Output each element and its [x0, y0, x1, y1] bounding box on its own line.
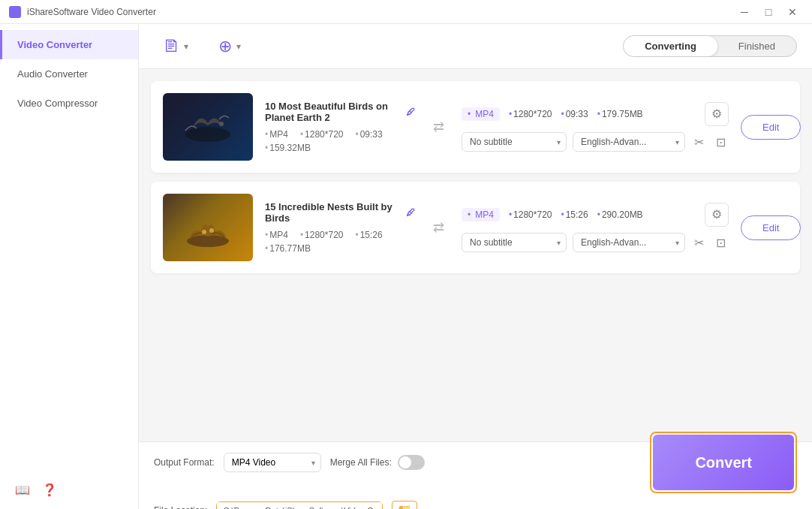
- video-thumb-2: [163, 194, 253, 261]
- video-title-1: 10 Most Beautiful Birds on Planet Earth …: [265, 101, 415, 123]
- title-bar-left: iShareSoftware Video Converter: [9, 6, 156, 18]
- add-folder-button[interactable]: ⊕ ▾: [209, 31, 250, 62]
- svg-point-4: [209, 228, 214, 233]
- thumb-overlay-2: [163, 194, 253, 261]
- output-format-select[interactable]: MP4 Video: [224, 453, 321, 472]
- output-controls-1: No subtitle English-Advan... ✂ ⊡: [462, 132, 729, 152]
- edit-button-1[interactable]: Edit: [741, 115, 801, 140]
- subtitle-select-wrapper-2: No subtitle: [462, 233, 567, 252]
- output-format-label: Output Format:: [154, 457, 215, 468]
- video-info-1: 10 Most Beautiful Birds on Planet Earth …: [265, 101, 415, 153]
- thumb-overlay-1: [163, 93, 253, 161]
- subtitle-select-wrapper-1: No subtitle: [462, 132, 567, 152]
- subtitle-select-2[interactable]: No subtitle: [462, 233, 567, 252]
- add-file-button[interactable]: 🖹 ▾: [154, 31, 197, 62]
- title-edit-link-1[interactable]: 🖊: [406, 107, 415, 117]
- sidebar-nav: Video Converter Audio Converter Video Co…: [0, 24, 138, 118]
- video-card-1: 10 Most Beautiful Birds on Planet Earth …: [151, 81, 800, 173]
- edit-button-2[interactable]: Edit: [741, 215, 801, 240]
- title-edit-link-2[interactable]: 🖊: [406, 207, 415, 218]
- app-title: iShareSoftware Video Converter: [27, 7, 156, 17]
- output-main-2: •MP4 •1280*720 •15:26 •290.20MB ⚙: [462, 203, 729, 227]
- video-meta-1: •MP4 •1280*720 •09:33 •159.32MB: [265, 129, 415, 153]
- add-folder-chevron: ▾: [236, 41, 241, 52]
- shuffle-icon-2: ⇄: [427, 219, 450, 236]
- trim-button-1[interactable]: ✂: [691, 132, 707, 152]
- file-location-select-wrapper: C:\ProgramData\iShareSoftware\Video Conv…: [216, 501, 383, 510]
- help-icon[interactable]: ❓: [42, 483, 57, 497]
- nests-svg: [178, 205, 238, 250]
- crop-button-1[interactable]: ⊡: [713, 132, 729, 152]
- content-area: 10 Most Beautiful Birds on Planet Earth …: [139, 69, 812, 441]
- sidebar-item-video-compressor[interactable]: Video Compressor: [0, 89, 138, 118]
- tab-converting[interactable]: Converting: [624, 36, 717, 56]
- language-select-wrapper-1: English-Advan...: [573, 132, 685, 152]
- video-info-2: 15 Incredible Nests Built by Birds 🖊 •MP…: [265, 201, 415, 254]
- sidebar: Video Converter Audio Converter Video Co…: [0, 24, 139, 509]
- bottom-bar: Output Format: MP4 Video Merge All Files…: [139, 441, 812, 509]
- video-thumb-1: [163, 93, 253, 161]
- app-layout: Video Converter Audio Converter Video Co…: [0, 24, 812, 509]
- close-button[interactable]: ✕: [782, 3, 803, 21]
- output-format-badge-2: •MP4: [462, 208, 500, 221]
- tab-switcher: Converting Finished: [623, 35, 797, 57]
- add-file-icon: 🖹: [163, 37, 179, 56]
- video-meta-2: •MP4 •1280*720 •15:26 •176.77MB: [265, 230, 415, 254]
- maximize-button[interactable]: □: [758, 3, 779, 21]
- subtitle-select-1[interactable]: No subtitle: [462, 132, 567, 152]
- bottom-row-2: File Location: C:\ProgramData\iShareSoft…: [154, 501, 797, 509]
- crop-button-2[interactable]: ⊡: [713, 233, 729, 253]
- merge-label: Merge All Files:: [330, 457, 392, 468]
- shuffle-icon-1: ⇄: [427, 119, 450, 135]
- convert-btn-area: Convert: [650, 432, 797, 493]
- output-format-select-wrapper: MP4 Video: [224, 453, 321, 472]
- merge-toggle[interactable]: [398, 455, 425, 470]
- output-settings-2: •MP4 •1280*720 •15:26 •290.20MB ⚙ No sub…: [462, 203, 729, 253]
- video-card-2: 15 Incredible Nests Built by Birds 🖊 •MP…: [151, 182, 800, 273]
- app-icon: [9, 6, 21, 18]
- toolbar: 🖹 ▾ ⊕ ▾ Converting Finished: [139, 24, 812, 69]
- language-select-2[interactable]: English-Advan...: [573, 233, 685, 252]
- title-bar: iShareSoftware Video Converter ─ □ ✕: [0, 0, 812, 24]
- output-main-1: •MP4 •1280*720 •09:33 •179.75MB ⚙: [462, 102, 729, 126]
- file-location-select[interactable]: C:\ProgramData\iShareSoftware\Video Conv…: [217, 502, 382, 510]
- language-select-1[interactable]: English-Advan...: [573, 132, 685, 152]
- sidebar-item-audio-converter[interactable]: Audio Converter: [0, 59, 138, 89]
- sidebar-bottom: 📖 ❓: [0, 483, 138, 497]
- browse-folder-button[interactable]: 📁: [392, 501, 417, 509]
- language-select-wrapper-2: English-Advan...: [573, 233, 685, 252]
- add-folder-icon: ⊕: [218, 37, 232, 56]
- convert-button[interactable]: Convert: [653, 435, 794, 490]
- trim-button-2[interactable]: ✂: [691, 233, 707, 253]
- add-file-chevron: ▾: [184, 41, 188, 52]
- output-controls-2: No subtitle English-Advan... ✂ ⊡: [462, 233, 729, 253]
- tab-finished[interactable]: Finished: [717, 36, 796, 56]
- sidebar-item-video-converter[interactable]: Video Converter: [0, 30, 138, 59]
- file-location-label: File Location:: [154, 505, 207, 510]
- merge-toggle-area: Merge All Files:: [330, 455, 425, 470]
- window-controls: ─ □ ✕: [734, 3, 803, 21]
- output-settings-1: •MP4 •1280*720 •09:33 •179.75MB ⚙ No sub…: [462, 102, 729, 152]
- output-format-badge-1: •MP4: [462, 107, 500, 121]
- minimize-button[interactable]: ─: [734, 3, 755, 21]
- svg-point-1: [219, 122, 224, 126]
- video-title-2: 15 Incredible Nests Built by Birds 🖊: [265, 201, 415, 224]
- output-settings-gear-2[interactable]: ⚙: [705, 203, 729, 227]
- birds-svg: [178, 104, 238, 149]
- book-icon[interactable]: 📖: [15, 483, 30, 497]
- output-settings-gear-1[interactable]: ⚙: [705, 102, 729, 126]
- bottom-row-1: Output Format: MP4 Video Merge All Files…: [154, 432, 797, 493]
- svg-point-3: [202, 230, 206, 234]
- svg-point-0: [185, 127, 230, 142]
- main-content: 🖹 ▾ ⊕ ▾ Converting Finished: [139, 24, 812, 509]
